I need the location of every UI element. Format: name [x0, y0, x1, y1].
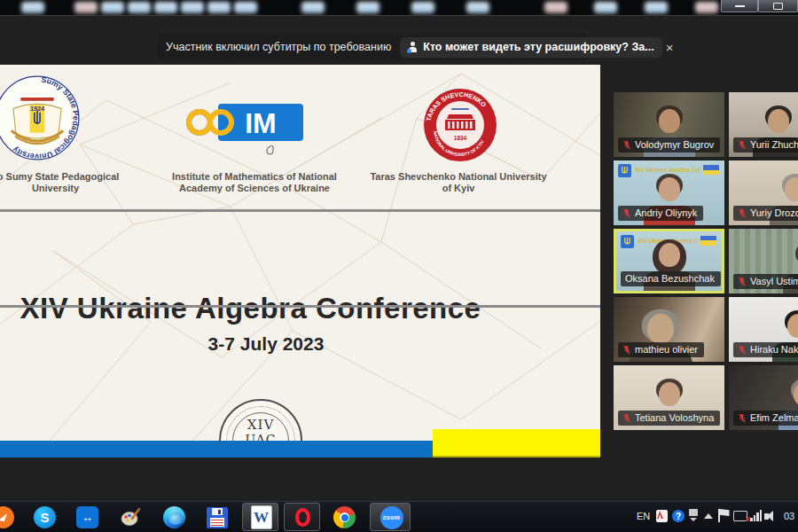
divider-top: [0, 209, 600, 212]
teamviewer-icon[interactable]: ↔: [75, 505, 99, 529]
muted-mic-icon: [738, 277, 747, 286]
display-disconnected-icon[interactable]: ×: [733, 511, 747, 521]
windows-taskbar: S ↔ W: [0, 501, 798, 532]
blue-accent-bar: [0, 441, 443, 458]
language-indicator[interactable]: EN: [637, 511, 650, 521]
participant-tile[interactable]: Volodymyr Bugrov: [614, 92, 724, 157]
sumy-university-caption: ko Sumy State Pedagogical University: [0, 171, 151, 194]
hidden-icons-chevron[interactable]: [704, 513, 713, 519]
participant-tile[interactable]: XIV Ukraine Algebra Conference Andriy Ol…: [614, 160, 724, 225]
participant-icon: [408, 42, 418, 52]
avast-icon[interactable]: [0, 505, 15, 529]
sumy-university-logo: Sumy State Pedagogical University 1924: [0, 74, 82, 162]
volume-icon[interactable]: [764, 511, 775, 522]
floppy-disk-icon[interactable]: [205, 505, 229, 529]
trident-icon: [618, 164, 631, 177]
svg-text:IM: IM: [245, 107, 277, 139]
captions-notification-bar: Участник включил субтитры по требованию …: [157, 34, 590, 60]
institute-of-mathematics-logo: IM: [184, 98, 303, 146]
opera-icon[interactable]: [291, 505, 315, 529]
muted-mic-icon: [738, 208, 747, 218]
help-icon[interactable]: ?: [672, 510, 685, 522]
yellow-accent-bar: [433, 429, 600, 458]
device-icon[interactable]: [689, 509, 698, 521]
participant-tile[interactable]: Yuriy Drozd: [729, 160, 798, 225]
maximize-button[interactable]: [758, 0, 798, 12]
ukraine-flag-icon: [700, 236, 716, 246]
hand-cursor: [264, 145, 276, 157]
participant-tile[interactable]: Efim Zelmano: [729, 365, 798, 430]
maximize-icon: [773, 3, 783, 10]
trident-icon: [621, 235, 634, 248]
svg-text:1834: 1834: [454, 135, 467, 141]
muted-mic-icon: [622, 413, 631, 423]
participant-tile[interactable]: mathieu olivier: [614, 297, 724, 362]
muted-mic-icon: [622, 345, 631, 355]
participant-tile[interactable]: Tetiana Voloshyna: [614, 365, 724, 430]
edge-icon[interactable]: [162, 505, 186, 529]
divider-bottom: [0, 305, 600, 308]
minimize-button[interactable]: [721, 0, 758, 12]
text-service-icon[interactable]: [656, 510, 668, 522]
word-icon[interactable]: W: [249, 505, 273, 529]
notification-message: Участник включил субтитры по требованию: [166, 41, 391, 53]
zoom-icon[interactable]: zoom: [379, 505, 403, 529]
muted-mic-icon: [738, 140, 747, 150]
shared-screen-slide: Sumy State Pedagogical University 1924 k…: [0, 65, 600, 458]
paint-icon[interactable]: [119, 505, 143, 529]
chrome-icon[interactable]: [332, 505, 356, 529]
svg-text:1924: 1924: [30, 105, 45, 113]
participant-tile[interactable]: Vasyl Ustimen: [729, 229, 798, 293]
close-icon[interactable]: ×: [662, 39, 677, 56]
network-signal-icon[interactable]: [750, 510, 762, 521]
conference-title: XIV Ukraine Algebra Conference: [20, 292, 481, 325]
top-thumbnail-strip: [0, 0, 798, 16]
shevchenko-university-caption: Taras Shevchenko National University of …: [356, 171, 560, 194]
ukraine-flag-icon: [703, 165, 719, 175]
participant-tile-active-speaker[interactable]: XIV Ukraine Algebra Conference Oksana Be…: [614, 229, 724, 293]
minimize-icon: [735, 5, 745, 7]
muted-mic-icon: [622, 140, 631, 150]
window-top-edge: [0, 15, 798, 16]
transcript-visibility-button[interactable]: Кто может видеть эту расшифровку? За...: [400, 37, 661, 58]
muted-mic-icon: [738, 413, 747, 423]
skype-icon[interactable]: S: [33, 505, 57, 529]
shevchenko-university-logo: TARAS SHEVCHENKO NATIONAL UNIVERSITY OF …: [422, 87, 498, 163]
clock[interactable]: 03: [784, 511, 794, 521]
conference-dates: 3-7 July 2023: [208, 333, 325, 354]
participant-tile[interactable]: Hiraku Nakaji: [729, 297, 798, 362]
muted-mic-icon: [738, 345, 747, 355]
institute-of-mathematics-caption: Institute of Mathematics of National Aca…: [153, 171, 356, 194]
participant-tile[interactable]: Yurii Zhuchok: [729, 92, 798, 157]
muted-mic-icon: [622, 208, 631, 218]
